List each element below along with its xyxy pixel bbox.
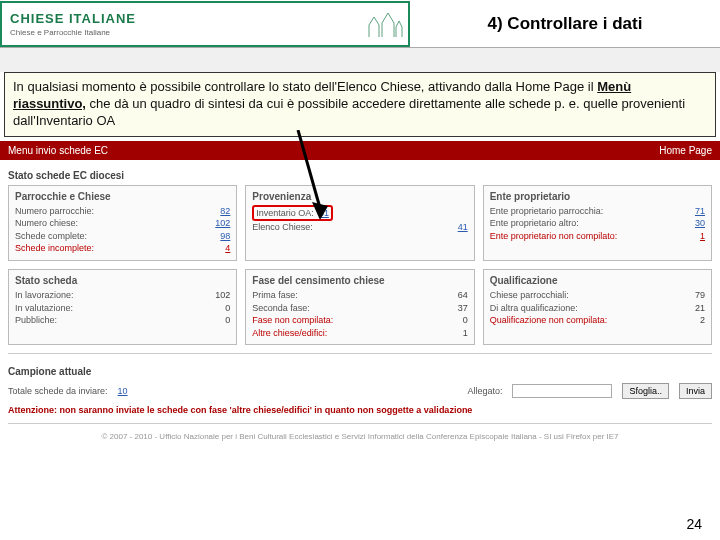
lower-row: Totale schede da inviare: 10 Allegato: S… (8, 383, 712, 399)
card-e-title: Fase del censimento chiese (252, 275, 467, 286)
cards-row-2: Stato scheda In lavorazione:102 In valut… (8, 269, 712, 345)
summary-panel: Stato schede EC diocesi Parrocchie e Chi… (0, 160, 720, 446)
link-schede-incomplete[interactable]: 4 (225, 242, 230, 255)
card-f-title: Qualificazione (490, 275, 705, 286)
info-text-2: che dà un quadro di sintesi da cui è pos… (13, 96, 685, 128)
card-a-title: Parrocchie e Chiese (15, 191, 230, 202)
menu-bar-home-link[interactable]: Home Page (659, 145, 712, 156)
link-schede-complete[interactable]: 98 (220, 230, 230, 243)
top-bar: CHIESE ITALIANE Chiese e Parrocchie Ital… (0, 0, 720, 48)
card-parrocchie: Parrocchie e Chiese Numero parrocchie:82… (8, 185, 237, 261)
logo-sub: Chiese e Parrocchie Italiane (10, 28, 136, 37)
warning-line: Attenzione: non saranno inviate le sched… (8, 405, 712, 415)
menu-bar-left: Menu invio schede EC (8, 145, 108, 156)
sfoglia-button[interactable]: Sfoglia.. (622, 383, 669, 399)
divider (8, 353, 712, 354)
allegato-label: Allegato: (467, 386, 502, 396)
invia-button[interactable]: Invia (679, 383, 712, 399)
logo: CHIESE ITALIANE Chiese e Parrocchie Ital… (0, 1, 410, 47)
pointer-arrow-icon (290, 130, 330, 230)
church-silhouette-icon (364, 7, 404, 43)
info-text-1: In qualsiasi momento è possibile control… (13, 79, 597, 94)
background-peek (0, 48, 720, 72)
link-num-chiese[interactable]: 102 (215, 217, 230, 230)
link-elenco-chiese[interactable]: 41 (458, 221, 468, 234)
page-title: 4) Controllare i dati (410, 14, 720, 34)
tot-label: Totale schede da inviare: (8, 386, 108, 396)
logo-main: CHIESE ITALIANE (10, 11, 136, 26)
card-fase: Fase del censimento chiese Prima fase:64… (245, 269, 474, 345)
svg-marker-1 (312, 202, 328, 220)
card-c-title: Ente proprietario (490, 191, 705, 202)
card-d-title: Stato scheda (15, 275, 230, 286)
svg-line-0 (298, 130, 320, 208)
link-num-parrocchie[interactable]: 82 (220, 205, 230, 218)
cards-row-1: Parrocchie e Chiese Numero parrocchie:82… (8, 185, 712, 261)
card-qualificazione: Qualificazione Chiese parrocchiali:79 Di… (483, 269, 712, 345)
divider-2 (8, 423, 712, 424)
link-ente-altro[interactable]: 30 (695, 217, 705, 230)
footer-text: © 2007 - 2010 - Ufficio Nazionale per i … (8, 432, 712, 441)
card-ente: Ente proprietario Ente proprietario parr… (483, 185, 712, 261)
card-stato-scheda: Stato scheda In lavorazione:102 In valut… (8, 269, 237, 345)
allegato-field[interactable] (512, 384, 612, 398)
card-provenienza: Provenienza Inventario OA: 61 Elenco Chi… (245, 185, 474, 261)
section-state-title: Stato schede EC diocesi (8, 170, 712, 181)
info-callout: In qualsiasi momento è possibile control… (4, 72, 716, 137)
card-b-title: Provenienza (252, 191, 467, 202)
page-number: 24 (686, 516, 702, 532)
campione-title: Campione attuale (8, 366, 712, 377)
menu-bar: Menu invio schede EC Home Page (0, 141, 720, 160)
link-ente-parrocchia[interactable]: 71 (695, 205, 705, 218)
link-totale-schede[interactable]: 10 (118, 386, 128, 396)
link-ente-noncompilato[interactable]: 1 (700, 230, 705, 243)
